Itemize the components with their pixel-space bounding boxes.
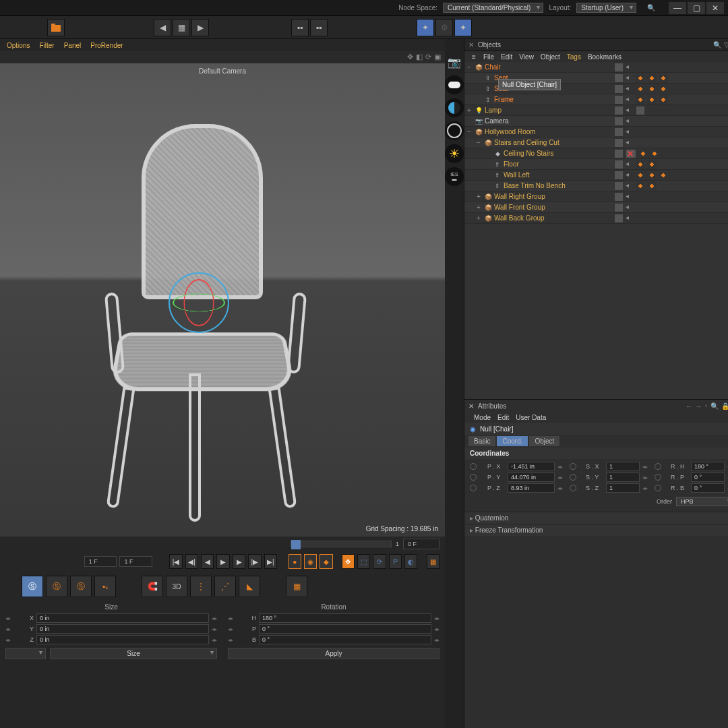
coord-val[interactable]: 8.93 in	[508, 483, 555, 493]
node-space-combo[interactable]: Current (Standard/Physical)	[443, 3, 543, 13]
objects-tab[interactable]: Objects	[478, 41, 501, 49]
object-tab[interactable]: Object	[529, 436, 559, 446]
tree-row[interactable]: ⇧Wall Left◂	[464, 170, 728, 181]
coord-tab[interactable]: Coord.	[497, 436, 528, 446]
search-icon[interactable]: 🔍	[647, 4, 655, 11]
snap-magnet-button[interactable]: 🧲	[142, 576, 163, 597]
coord-rad[interactable]	[570, 474, 576, 481]
prev-key-button[interactable]: ◀|	[185, 554, 198, 569]
coord-rad[interactable]	[470, 474, 477, 481]
prev-frame-button[interactable]: ◀	[201, 554, 214, 569]
snap-2d-button[interactable]: Ⓢ	[46, 576, 67, 597]
pla-key-button[interactable]: ◐	[404, 554, 417, 569]
snap-enable-button[interactable]: Ⓢ	[22, 576, 43, 597]
sun-button[interactable]: ☀	[445, 144, 464, 163]
coord-input[interactable]	[259, 635, 431, 644]
obj-file-menu[interactable]: File	[483, 53, 494, 61]
attr-back-icon[interactable]: ←	[686, 402, 692, 410]
snap-3d-mode-button[interactable]: 3D	[166, 576, 187, 597]
coord-val[interactable]: 180 °	[691, 462, 725, 471]
coord-rad[interactable]	[655, 485, 661, 491]
coord-rad[interactable]	[655, 463, 661, 470]
camera-render-button[interactable]: 📷	[445, 53, 464, 71]
snap-edge-button[interactable]: ⋰	[214, 576, 236, 597]
vp-panel[interactable]: Panel	[60, 40, 86, 51]
maximize-button[interactable]: ▢	[688, 2, 705, 14]
obj-view-menu[interactable]: View	[519, 53, 534, 61]
light-render-button[interactable]	[445, 75, 464, 94]
tree-row[interactable]: −📦Chair◂	[464, 62, 728, 73]
frame-start[interactable]: 1 F	[84, 556, 117, 567]
timeline-slider[interactable]	[291, 541, 392, 547]
tree-row[interactable]: +📦Wall Back Group◂	[464, 213, 728, 224]
target-button[interactable]	[445, 121, 464, 140]
viewport[interactable]: ✥ ◧ ⟳ ▣ Default Camera Grid Spacing : 19…	[0, 51, 445, 537]
coord-rad[interactable]	[570, 463, 576, 470]
coord-input[interactable]	[36, 635, 209, 644]
layout-combo[interactable]: Startup (User)	[576, 3, 636, 13]
attr-fwd-icon[interactable]: →	[695, 402, 702, 410]
snap-vertex-button[interactable]: ⋮	[190, 576, 212, 597]
tree-row[interactable]: ◆Ceiling No Stairs	[464, 148, 728, 159]
coord-input[interactable]	[259, 624, 431, 634]
rotation-gizmo[interactable]	[169, 272, 229, 333]
render-view-button[interactable]: ▪▪	[291, 19, 309, 36]
tree-row[interactable]: +💡Lamp◂	[464, 105, 728, 116]
attributes-tab[interactable]: Attributes	[478, 402, 506, 410]
tree-row[interactable]: 📷Camera◂	[464, 116, 728, 127]
coord-rad[interactable]	[470, 485, 477, 491]
page-icon[interactable]: ▦	[173, 19, 190, 36]
tree-row[interactable]: −📦Stairs and Ceiling Cut◂	[464, 138, 728, 148]
ies-button[interactable]: IES▬	[445, 167, 464, 186]
coord-input[interactable]	[259, 613, 431, 623]
coord-input[interactable]	[36, 613, 209, 623]
obj-search-icon[interactable]: 🔍	[713, 41, 721, 49]
obj-tags-menu[interactable]: Tags	[567, 53, 581, 61]
objects-close-icon[interactable]: ✕	[468, 41, 474, 49]
attr-up-icon[interactable]: ↑	[704, 402, 708, 410]
coord-val[interactable]: 1	[606, 462, 640, 471]
tree-row[interactable]: ⇧Base Trim No Bench◂	[464, 181, 728, 191]
frame-end[interactable]: 0 F	[403, 539, 439, 549]
quaternion-section[interactable]: Quaternion	[464, 512, 728, 524]
basic-tab[interactable]: Basic	[468, 436, 495, 446]
minimize-button[interactable]: —	[669, 2, 686, 14]
vp-zoom-icon[interactable]: ◧	[416, 53, 423, 61]
vp-filter[interactable]: Filter	[35, 40, 58, 51]
open-button[interactable]	[47, 19, 65, 36]
render-queue-button[interactable]: ✦	[454, 19, 472, 36]
autokey-button[interactable]: ◉	[304, 554, 317, 569]
goto-start-button[interactable]: |◀	[169, 554, 182, 569]
scale-key-button[interactable]: ⬚	[357, 554, 370, 569]
prev-button[interactable]: ◀	[154, 19, 171, 36]
render-settings-button[interactable]: ⚙	[435, 19, 453, 36]
tree-row[interactable]: +📦Wall Front Group◂	[464, 202, 728, 213]
coord-rad[interactable]	[570, 485, 576, 491]
size-type-combo[interactable]: Size	[50, 648, 217, 659]
dope-sheet-button[interactable]: ▦	[427, 554, 439, 569]
vp-prorender[interactable]: ProRender	[86, 40, 127, 51]
object-tree[interactable]: Null Object [Chair] −📦Chair◂⇧Seat◂⇧Seat◂…	[464, 62, 728, 399]
apply-button[interactable]: Apply	[228, 648, 439, 659]
attr-mode-menu[interactable]: Mode	[474, 414, 491, 421]
vp-options[interactable]: Options	[3, 40, 34, 51]
close-button[interactable]: ✕	[706, 2, 724, 14]
obj-object-menu[interactable]: Object	[541, 53, 560, 61]
obj-edit-menu[interactable]: Edit	[501, 53, 512, 61]
coord-val[interactable]: -1.451 in	[508, 462, 555, 471]
record-button[interactable]: ●	[289, 554, 301, 569]
snap-3d-button[interactable]: Ⓢ	[70, 576, 92, 597]
param-key-button[interactable]: P	[389, 554, 402, 569]
attr-edit-menu[interactable]: Edit	[497, 414, 509, 421]
coord-val[interactable]: 1	[606, 473, 640, 482]
vp-rotate-icon[interactable]: ⟳	[425, 53, 431, 61]
frame-current[interactable]: 1 F	[119, 556, 152, 567]
size-mode-combo[interactable]	[5, 648, 46, 659]
goto-end-button[interactable]: ▶|	[264, 554, 277, 569]
coord-val[interactable]: 44.076 in	[508, 473, 555, 482]
attr-close-icon[interactable]: ✕	[468, 402, 474, 410]
snap-workplane-button[interactable]: ▦	[286, 576, 307, 597]
coord-rad[interactable]	[470, 463, 477, 470]
next-button[interactable]: ▶	[191, 19, 209, 36]
rot-key-button[interactable]: ⟳	[373, 554, 386, 569]
